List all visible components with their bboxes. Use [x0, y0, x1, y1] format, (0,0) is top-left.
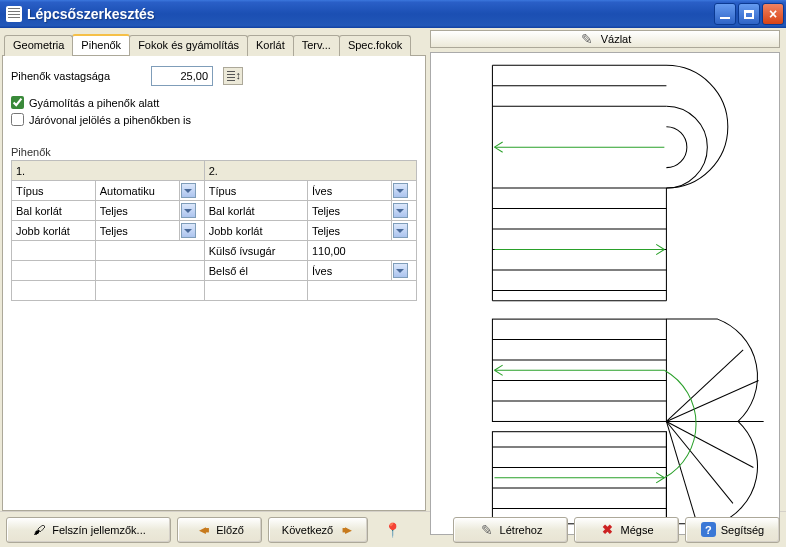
table-row: Bal korlátTeljesBal korlátTeljes [12, 201, 417, 221]
pencil-icon [579, 31, 595, 47]
pin-icon[interactable] [384, 522, 400, 538]
chk-gyamolitas[interactable] [11, 96, 24, 109]
cell-value[interactable]: Teljes [307, 221, 391, 241]
button-bar: Felszín jellemzők... Előző Következő Lét… [0, 511, 786, 547]
pencil-icon [479, 522, 495, 538]
dropdown-button[interactable] [393, 203, 408, 218]
chk-gyamolitas-label: Gyámolítás a pihenők alatt [29, 97, 159, 109]
dropdown-button[interactable] [393, 223, 408, 238]
brush-icon [31, 522, 47, 538]
cancel-button[interactable]: Mégse [574, 517, 679, 543]
cell-label: Belső él [204, 261, 307, 281]
sketch-button[interactable]: Vázlat [430, 30, 780, 48]
table-row: Külső ívsugár110,00 [12, 241, 417, 261]
dropdown-button[interactable] [181, 183, 196, 198]
stair-preview [430, 52, 780, 535]
close-button[interactable]: × [762, 3, 784, 25]
table-row: TípusAutomatikuTípusÍves [12, 181, 417, 201]
cell-label: Bal korlát [12, 201, 96, 221]
section-label-pihenok: Pihenők [11, 146, 417, 158]
dropdown-button[interactable] [181, 203, 196, 218]
table-row [12, 281, 417, 301]
prev-icon [195, 522, 211, 538]
help-label: Segítség [721, 524, 764, 536]
cell-value[interactable]: Automatiku [95, 181, 179, 201]
cell-value[interactable]: Íves [307, 261, 391, 281]
surface-props-label: Felszín jellemzők... [52, 524, 146, 536]
prev-label: Előző [216, 524, 244, 536]
svg-line-19 [666, 350, 743, 422]
cell-label [12, 281, 96, 301]
tab-strip: Geometria Pihenők Fokok és gyámolítás Ko… [2, 34, 426, 56]
dropdown-button[interactable] [393, 263, 408, 278]
cell-value[interactable]: Teljes [95, 201, 179, 221]
cell-label: Jobb korlát [12, 221, 96, 241]
thickness-input[interactable] [151, 66, 213, 86]
next-label: Következő [282, 524, 333, 536]
group-header-1: 1. [12, 161, 205, 181]
landings-table: 1. 2. TípusAutomatikuTípusÍvesBal korlát… [11, 160, 417, 301]
cell-value[interactable]: Teljes [95, 221, 179, 241]
cell-label: Bal korlát [204, 201, 307, 221]
cell-value [95, 241, 204, 261]
maximize-button[interactable] [738, 3, 760, 25]
cell-value: 110,00 [307, 241, 416, 261]
create-button[interactable]: Létrehoz [453, 517, 568, 543]
cell-label [12, 241, 96, 261]
group-header-2: 2. [204, 161, 416, 181]
cell-value [307, 281, 416, 301]
svg-line-22 [666, 421, 753, 467]
tab-pihenok[interactable]: Pihenők [72, 34, 130, 55]
svg-line-20 [666, 381, 758, 422]
tab-geometria[interactable]: Geometria [4, 35, 73, 56]
chk-jarovonal[interactable] [11, 113, 24, 126]
surface-props-button[interactable]: Felszín jellemzők... [6, 517, 171, 543]
next-icon [338, 522, 354, 538]
window-title: Lépcsőszerkesztés [27, 6, 714, 22]
tab-panel-pihenok: Pihenők vastagsága Gyámolítás a pihenők … [2, 56, 426, 511]
minimize-button[interactable] [714, 3, 736, 25]
create-label: Létrehoz [500, 524, 543, 536]
help-button[interactable]: ? Segítség [685, 517, 780, 543]
cell-value[interactable]: Íves [307, 181, 391, 201]
dropdown-button[interactable] [393, 183, 408, 198]
left-panel: Geometria Pihenők Fokok és gyámolítás Ko… [0, 28, 428, 511]
cancel-label: Mégse [620, 524, 653, 536]
thickness-label: Pihenők vastagsága [11, 70, 141, 82]
tab-korlat[interactable]: Korlát [247, 35, 294, 56]
cell-label [204, 281, 307, 301]
svg-line-24 [666, 421, 697, 523]
cell-label: Jobb korlát [204, 221, 307, 241]
question-icon: ? [701, 522, 716, 537]
chk-jarovonal-label: Járóvonal jelölés a pihenőkben is [29, 114, 191, 126]
dropdown-button[interactable] [181, 223, 196, 238]
tab-fokok[interactable]: Fokok és gyámolítás [129, 35, 248, 56]
cell-value [95, 261, 204, 281]
cell-label [12, 261, 96, 281]
thickness-unit-icon[interactable] [223, 67, 243, 85]
table-row: Jobb korlátTeljesJobb korlátTeljes [12, 221, 417, 241]
cell-label: Típus [204, 181, 307, 201]
next-button[interactable]: Következő [268, 517, 368, 543]
app-icon [6, 6, 22, 22]
window-titlebar: Lépcsőszerkesztés × [0, 0, 786, 28]
cell-value [95, 281, 204, 301]
table-row: Belső élÍves [12, 261, 417, 281]
cell-label: Külső ívsugár [204, 241, 307, 261]
prev-button[interactable]: Előző [177, 517, 262, 543]
cell-value[interactable]: Teljes [307, 201, 391, 221]
tab-terv[interactable]: Terv... [293, 35, 340, 56]
cell-label: Típus [12, 181, 96, 201]
tab-specfokok[interactable]: Spec.fokok [339, 35, 411, 56]
right-panel: Vázlat [428, 28, 786, 511]
x-icon [599, 522, 615, 538]
svg-line-23 [666, 421, 733, 503]
sketch-button-label: Vázlat [601, 33, 632, 45]
